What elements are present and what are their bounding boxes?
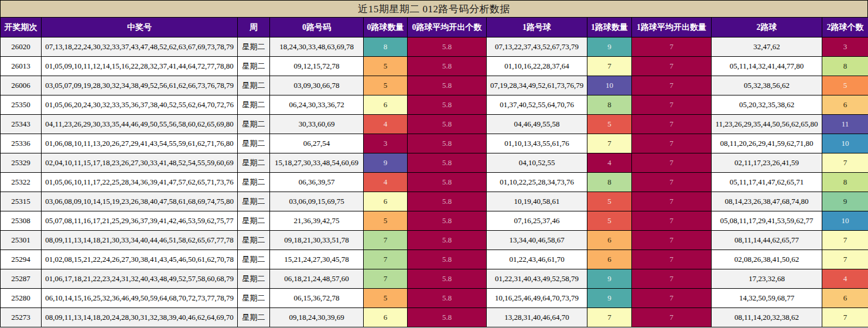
cell-road1_avg: 7 — [632, 173, 712, 192]
cell-road0_count: 7 — [364, 231, 408, 250]
cell-road0_avg: 5.8 — [408, 115, 487, 134]
cell-road0_avg: 5.8 — [408, 250, 487, 269]
cell-road2_count: 4 — [822, 269, 868, 289]
cell-period: 25322 — [1, 173, 42, 192]
cell-road1_numbers: 01,10,22,25,28,34,73,76 — [487, 173, 587, 192]
cell-road2_count: 10 — [822, 211, 868, 231]
column-header-road0_count: 0路球数量 — [364, 18, 408, 37]
cell-period: 26020 — [1, 37, 42, 57]
column-header-road0_numbers: 0路号码 — [270, 18, 364, 37]
column-header-winning: 中奖号 — [42, 18, 238, 37]
cell-road0_avg: 5.8 — [408, 308, 487, 327]
cell-period: 25273 — [1, 308, 42, 327]
cell-road2_count: 6 — [822, 95, 868, 115]
cell-road0_avg: 5.8 — [408, 289, 487, 308]
cell-road1_numbers: 04,46,49,55,58 — [487, 115, 587, 134]
cell-road2_count: 3 — [822, 37, 868, 57]
cell-road2_numbers: 08,14,23,26,38,47,68,74,80 — [712, 192, 822, 211]
cell-road2_numbers: 05,11,17,41,47,62,65,71 — [712, 173, 822, 192]
cell-period: 25336 — [1, 134, 42, 153]
cell-road1_count: 6 — [587, 250, 632, 269]
cell-road1_count: 9 — [587, 37, 632, 57]
cell-period: 25343 — [1, 115, 42, 134]
table-row: 2528006,10,14,15,16,25,32,36,46,49,50,59… — [1, 289, 868, 308]
cell-road0_count: 9 — [364, 153, 408, 173]
cell-week: 星期二 — [238, 95, 270, 115]
cell-road1_count: 5 — [587, 115, 632, 134]
table-row: 2528701,06,17,18,21,22,23,24,31,32,40,43… — [1, 269, 868, 289]
cell-road2_numbers: 05,20,32,35,38,62 — [712, 95, 822, 115]
cell-road1_count: 7 — [587, 57, 632, 76]
cell-road1_avg: 7 — [632, 57, 712, 76]
cell-winning: 08,09,11,13,14,18,21,30,33,34,40,44,46,5… — [42, 231, 238, 250]
cell-road0_count: 5 — [364, 76, 408, 95]
cell-road1_count: 7 — [587, 308, 632, 327]
cell-period: 25301 — [1, 231, 42, 250]
cell-road0_avg: 5.8 — [408, 211, 487, 231]
column-header-week: 周 — [238, 18, 270, 37]
column-header-road1_avg: 1路球平均开出数量 — [632, 18, 712, 37]
cell-road2_count: 8 — [822, 57, 868, 76]
cell-road1_numbers: 01,22,31,40,43,49,52,58,79 — [487, 269, 587, 289]
cell-winning: 01,05,09,10,11,12,14,15,16,22,28,32,37,4… — [42, 57, 238, 76]
cell-road1_avg: 7 — [632, 37, 712, 57]
cell-road1_numbers: 07,13,22,37,43,52,67,73,79 — [487, 37, 587, 57]
cell-winning: 01,06,17,18,21,22,23,24,31,32,40,43,48,4… — [42, 269, 238, 289]
cell-winning: 07,13,18,22,24,30,32,33,37,43,47,48,52,6… — [42, 37, 238, 57]
cell-road0_avg: 5.8 — [408, 173, 487, 192]
cell-road0_count: 5 — [364, 57, 408, 76]
cell-road2_numbers: 02,08,26,38,41,50,62 — [712, 250, 822, 269]
cell-road1_avg: 7 — [632, 134, 712, 153]
cell-road1_avg: 7 — [632, 115, 712, 134]
cell-week: 星期二 — [238, 192, 270, 211]
cell-road1_avg: 7 — [632, 231, 712, 250]
cell-road0_numbers: 06,27,54 — [270, 134, 364, 153]
table-row: 2602007,13,18,22,24,30,32,33,37,43,47,48… — [1, 37, 868, 57]
cell-road0_numbers: 21,36,39,42,75 — [270, 211, 364, 231]
cell-winning: 01,05,06,20,24,30,32,33,35,36,37,38,40,5… — [42, 95, 238, 115]
cell-period: 25280 — [1, 289, 42, 308]
cell-road2_count: 11 — [822, 115, 868, 134]
cell-road2_numbers: 05,32,38,56,62 — [712, 76, 822, 95]
cell-road0_avg: 5.8 — [408, 269, 487, 289]
cell-road1_count: 6 — [587, 231, 632, 250]
cell-road1_avg: 7 — [632, 289, 712, 308]
cell-road1_count: 5 — [587, 192, 632, 211]
cell-road1_numbers: 10,16,25,46,49,64,70,73,79 — [487, 289, 587, 308]
cell-road0_count: 7 — [364, 269, 408, 289]
cell-winning: 02,04,10,11,15,17,18,23,26,27,30,33,41,4… — [42, 153, 238, 173]
table-row: 2532902,04,10,11,15,17,18,23,26,27,30,33… — [1, 153, 868, 173]
cell-road0_numbers: 18,24,30,33,48,63,69,78 — [270, 37, 364, 57]
cell-road1_numbers: 01,10,13,43,55,61,76 — [487, 134, 587, 153]
cell-week: 星期二 — [238, 211, 270, 231]
cell-winning: 01,06,08,10,11,13,20,26,27,29,41,43,54,5… — [42, 134, 238, 153]
cell-road0_count: 5 — [364, 289, 408, 308]
cell-road0_numbers: 03,09,30,66,78 — [270, 76, 364, 95]
cell-week: 星期二 — [238, 37, 270, 57]
cell-winning: 04,11,23,26,29,30,33,35,44,46,49,50,55,5… — [42, 115, 238, 134]
cell-road1_numbers: 10,19,40,58,61 — [487, 192, 587, 211]
cell-road0_numbers: 06,18,21,24,48,57,60 — [270, 269, 364, 289]
cell-winning: 06,10,14,15,16,25,32,36,46,49,50,59,64,6… — [42, 289, 238, 308]
cell-road1_numbers: 01,22,43,46,61,70 — [487, 250, 587, 269]
cell-period: 26006 — [1, 76, 42, 95]
cell-road2_count: 7 — [822, 250, 868, 269]
cell-week: 星期二 — [238, 269, 270, 289]
cell-road2_numbers: 14,32,50,59,68,77 — [712, 289, 822, 308]
cell-road2_numbers: 08,11,14,20,32,38,62 — [712, 308, 822, 327]
cell-period: 26013 — [1, 57, 42, 76]
cell-winning: 05,07,08,11,16,17,21,25,29,36,37,39,41,4… — [42, 211, 238, 231]
header-row: 开奖期次中奖号周0路号码0路球数量0路球平均开出个数1路号球1路球数量1路球平均… — [1, 18, 868, 37]
cell-road0_numbers: 06,15,36,72,78 — [270, 289, 364, 308]
cell-road2_numbers: 11,23,26,29,35,44,50,56,62,65,80 — [712, 115, 822, 134]
cell-period: 25350 — [1, 95, 42, 115]
table-row: 2600603,05,07,09,19,28,30,32,34,38,49,52… — [1, 76, 868, 95]
cell-winning: 01,02,08,15,21,22,24,26,27,30,38,41,43,4… — [42, 250, 238, 269]
cell-road1_count: 7 — [587, 134, 632, 153]
cell-road0_numbers: 09,18,24,30,39,69 — [270, 308, 364, 327]
cell-road1_count: 10 — [587, 76, 632, 95]
table-row: 2530805,07,08,11,16,17,21,25,29,36,37,39… — [1, 211, 868, 231]
table-row: 2601301,05,09,10,11,12,14,15,16,22,28,32… — [1, 57, 868, 76]
cell-road0_count: 6 — [364, 95, 408, 115]
table-row: 2531503,06,08,09,10,14,15,19,23,26,38,40… — [1, 192, 868, 211]
